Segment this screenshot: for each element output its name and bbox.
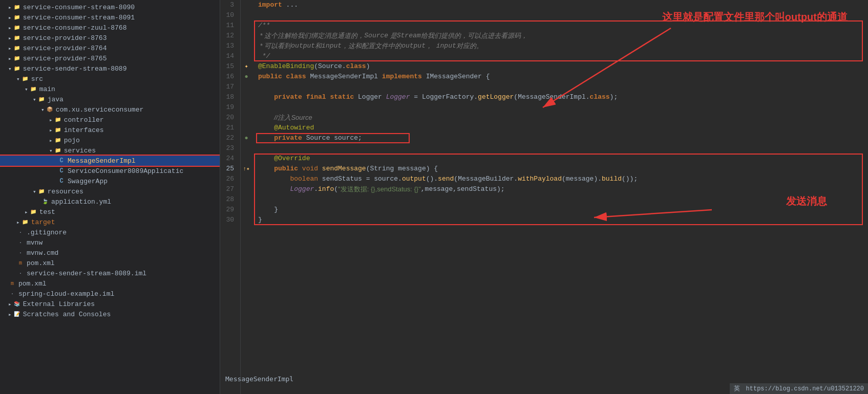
code-editor[interactable]: 这里就是配置文件里那个叫output的通道 发送消息 3 10 11 12 13… <box>220 0 868 394</box>
folder-icon: 📁 <box>29 208 37 216</box>
tree-label: service-provider-8765 <box>23 55 107 62</box>
gutter: . . . . . . ✦ ● . . . . . ● . . ↑✦ . . .… <box>241 0 254 394</box>
code-line-11: /** <box>254 20 868 31</box>
tree-label: pojo <box>64 137 80 144</box>
tree-item-pom-sender[interactable]: m pom.xml <box>0 258 220 268</box>
tree-item-provider-8764[interactable]: ▸ 📁 service-provider-8764 <box>0 43 220 53</box>
tree-label: service-consumer-zuul-8768 <box>23 24 127 32</box>
folder-icon: 📁 <box>13 64 21 73</box>
tree-item-target[interactable]: ▸ 📁 target <box>0 217 220 227</box>
code-line-25: public void sendMessage(String message) … <box>254 164 868 174</box>
tree-item-application-yml[interactable]: 🍃 application.yml <box>0 196 220 207</box>
folder-icon: 📁 <box>21 218 29 226</box>
arrow-down-icon: ▾ <box>25 86 28 93</box>
file-icon: · <box>16 228 25 236</box>
tree-item-serviceconsumer-app[interactable]: C ServiceConsumer8089Applicatic <box>0 166 220 176</box>
tree-item-zuul-8768[interactable]: ▸ 📁 service-consumer-zuul-8768 <box>0 23 220 33</box>
arrow-icon: ▸ <box>8 45 12 52</box>
tree-item-iml-sender[interactable]: · service-sender-stream-8089.iml <box>0 268 220 278</box>
tree-item-consumer-8090[interactable]: ▸ 📁 service-consumer-stream-8090 <box>0 2 220 12</box>
tree-item-spring-cloud-iml[interactable]: · spring-cloud-example.iml <box>0 289 220 299</box>
tree-item-mvnw[interactable]: · mvnw <box>0 237 220 248</box>
arrow-icon: ▸ <box>8 4 12 11</box>
tree-item-messagesenderimpl[interactable]: C MessageSenderImpl <box>0 156 220 166</box>
tree-label: service-consumer-stream-8090 <box>23 4 135 11</box>
code-lines: import ... /** * 这个注解给我们绑定消息通道的，Source 是… <box>254 0 868 394</box>
tree-label: resources <box>48 188 83 195</box>
tree-label: SwaggerApp <box>68 178 108 185</box>
tree-label: mvnw <box>27 239 43 247</box>
folder-icon: 📁 <box>13 44 21 52</box>
encoding-label: 英 <box>734 384 740 393</box>
code-line-19 <box>254 102 868 113</box>
code-line-12: * 这个注解给我们绑定消息通道的，Source 是Stream给我们提供的，可以… <box>254 31 868 41</box>
tree-item-main[interactable]: ▾ 📁 main <box>0 84 220 94</box>
tree-label: pom.xml <box>27 259 55 267</box>
code-line-14: */ <box>254 51 868 61</box>
tree-label: External Libraries <box>23 300 95 308</box>
code-line-16: public class MessageSenderImpl implement… <box>254 72 868 82</box>
code-content: 3 10 11 12 13 14 15 16 17 18 19 20 21 22… <box>220 0 868 394</box>
folder-icon: 📁 <box>21 75 29 83</box>
tree-label: interfaces <box>64 126 104 134</box>
tree-label: Scratches and Consoles <box>23 311 111 318</box>
tree-item-test[interactable]: ▸ 📁 test <box>0 207 220 217</box>
arrow-icon: ▸ <box>8 35 12 41</box>
tree-item-scratches[interactable]: ▸ 📝 Scratches and Consoles <box>0 309 220 319</box>
folder-icon: 📁 <box>13 13 21 21</box>
arrow-down-icon: ▾ <box>41 106 45 113</box>
arrow-down-icon: ▾ <box>8 65 12 72</box>
file-icon: · <box>16 238 25 247</box>
package-icon: 📦 <box>46 105 54 114</box>
line-numbers: 3 10 11 12 13 14 15 16 17 18 19 20 21 22… <box>220 0 241 394</box>
folder-icon: 📁 <box>37 187 46 195</box>
arrow-right-icon: ▸ <box>25 209 28 215</box>
tree-item-provider-8765[interactable]: ▸ 📁 service-provider-8765 <box>0 53 220 63</box>
library-icon: 📚 <box>13 300 21 308</box>
tree-item-pojo[interactable]: ▸ 📁 pojo <box>0 135 220 145</box>
code-line-22: private Source source; <box>254 133 868 143</box>
tree-label: service-provider-8764 <box>23 45 107 52</box>
tree-label: service-provider-8763 <box>23 34 107 42</box>
tree-item-resources[interactable]: ▾ 📁 resources <box>0 186 220 196</box>
tree-item-external-libs[interactable]: ▸ 📚 External Libraries <box>0 299 220 309</box>
folder-icon: 📁 <box>13 34 21 42</box>
tree-item-interfaces[interactable]: ▸ 📁 interfaces <box>0 125 220 135</box>
code-line-26: boolean sendStatus = source.output().sen… <box>254 174 868 184</box>
tree-item-sender-8089[interactable]: ▾ 📁 service-sender-stream-8089 <box>0 63 220 74</box>
tree-item-pom-root[interactable]: m pom.xml <box>0 278 220 289</box>
xml-icon: m <box>16 259 25 267</box>
arrow-down-icon: ▾ <box>33 188 36 195</box>
file-tree[interactable]: ▸ 📁 service-consumer-stream-8090 ▸ 📁 ser… <box>0 0 220 394</box>
tree-item-java[interactable]: ▾ 📁 java <box>0 94 220 104</box>
folder-icon: 📁 <box>54 126 62 134</box>
tree-item-controller[interactable]: ▸ 📁 controller <box>0 115 220 125</box>
tree-item-consumer-8091[interactable]: ▸ 📁 service-consumer-stream-8091 <box>0 12 220 23</box>
code-line-28 <box>254 194 868 205</box>
status-bar: 英 https://blog.csdn.net/u013521220 <box>730 383 868 394</box>
tree-label: service-consumer-stream-8091 <box>23 14 135 21</box>
tree-item-gitignore[interactable]: · .gitignore <box>0 227 220 237</box>
code-line-13: * 可以看到output和input，这和配置文件中的output， input… <box>254 41 868 51</box>
tree-item-mvnw-cmd[interactable]: · mvnw.cmd <box>0 248 220 258</box>
tree-label: application.yml <box>51 198 111 206</box>
tree-label: src <box>31 75 43 83</box>
folder-icon: 📁 <box>29 85 37 93</box>
arrow-down-icon: ▾ <box>49 147 53 154</box>
tree-item-services[interactable]: ▾ 📁 services <box>0 145 220 156</box>
tree-label: target <box>31 218 55 226</box>
arrow-down-icon: ▾ <box>33 96 36 103</box>
tree-item-package[interactable]: ▾ 📦 com.xu.serviceconsumer <box>0 104 220 115</box>
folder-icon: 📁 <box>54 146 62 155</box>
tree-item-swaggerapp[interactable]: C SwaggerApp <box>0 176 220 186</box>
code-line-27: Logger.info("发送数据: {},sendStatus: {}",me… <box>254 184 868 194</box>
tree-label: service-sender-stream-8089 <box>23 65 127 73</box>
yml-icon: 🍃 <box>41 198 49 206</box>
tree-item-src[interactable]: ▾ 📁 src <box>0 74 220 84</box>
folder-icon: 📁 <box>54 116 62 124</box>
tree-item-provider-8763[interactable]: ▸ 📁 service-provider-8763 <box>0 33 220 43</box>
arrow-icon: ▸ <box>8 25 12 31</box>
code-line-24: @Override <box>254 154 868 164</box>
xml-icon: m <box>8 279 16 288</box>
file-icon: · <box>16 249 25 257</box>
